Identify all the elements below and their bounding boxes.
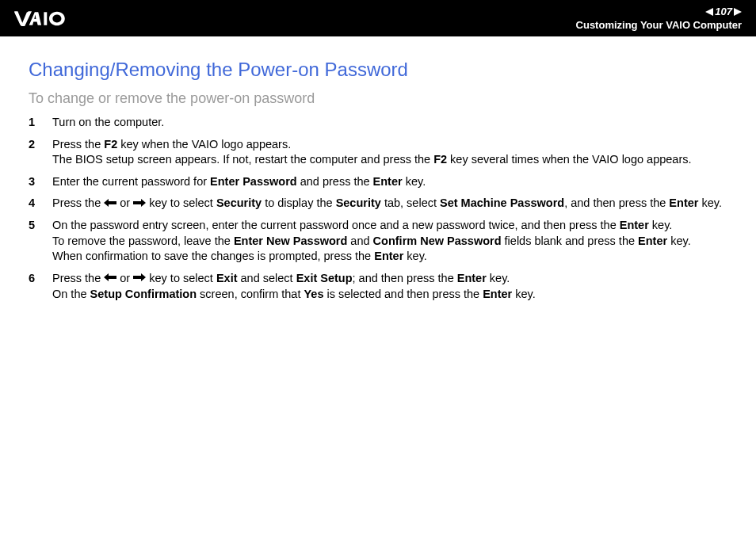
key-label: Enter bbox=[620, 219, 649, 231]
key-label: Enter bbox=[669, 196, 698, 209]
step-text: key. bbox=[512, 288, 536, 300]
key-label: Enter bbox=[483, 288, 512, 300]
step-text: key. bbox=[667, 235, 691, 247]
option-label: Yes bbox=[304, 288, 323, 300]
page-content: Changing/Removing the Power-on Password … bbox=[0, 36, 756, 302]
step-text: key. bbox=[698, 196, 722, 209]
step-text: and bbox=[347, 235, 372, 247]
option-label: Set Machine Password bbox=[440, 196, 564, 209]
step-5: On the password entry screen, enter the … bbox=[29, 218, 727, 265]
key-label: Enter bbox=[373, 175, 403, 188]
step-text: Press the bbox=[52, 196, 104, 209]
arrow-right-icon bbox=[133, 270, 146, 286]
next-page-arrow-icon[interactable] bbox=[734, 8, 742, 16]
step-text: tab, select bbox=[381, 196, 440, 209]
step-text: to display the bbox=[262, 196, 336, 209]
step-text: key to select bbox=[146, 196, 216, 209]
step-text: Turn on the computer. bbox=[52, 116, 164, 128]
option-label: Exit Setup bbox=[296, 272, 353, 284]
step-text: On the password entry screen, enter the … bbox=[52, 219, 620, 231]
header-right: 107 Customizing Your VAIO Computer bbox=[576, 6, 742, 31]
step-text: key. bbox=[403, 175, 426, 188]
section-label: Customizing Your VAIO Computer bbox=[576, 19, 742, 32]
step-text: , and then press the bbox=[564, 196, 669, 209]
step-text: Enter the current password for bbox=[52, 175, 210, 188]
step-3: Enter the current password for Enter Pas… bbox=[29, 174, 727, 190]
key-label: Enter bbox=[638, 235, 667, 247]
step-2: Press the F2 key when the VAIO logo appe… bbox=[29, 137, 727, 168]
step-text: fields blank and press the bbox=[502, 235, 639, 247]
svg-marker-4 bbox=[104, 199, 116, 207]
page-subtitle: To change or remove the power-on passwor… bbox=[29, 90, 727, 107]
svg-rect-1 bbox=[44, 12, 47, 25]
step-text: and press the bbox=[297, 175, 373, 188]
page-title: Changing/Removing the Power-on Password bbox=[29, 59, 727, 81]
menu-label: Security bbox=[216, 196, 262, 209]
svg-marker-5 bbox=[133, 199, 146, 207]
step-text: or bbox=[116, 272, 133, 284]
step-text: ; and then press the bbox=[353, 272, 457, 284]
key-label: F2 bbox=[104, 138, 117, 151]
step-text: When confirmation to save the changes is… bbox=[52, 250, 374, 262]
arrow-left-icon bbox=[104, 196, 116, 212]
prev-page-arrow-icon[interactable] bbox=[705, 8, 713, 16]
menu-label: Exit bbox=[216, 272, 238, 284]
field-label: Enter New Password bbox=[234, 235, 347, 247]
step-text: To remove the password, leave the bbox=[52, 235, 234, 247]
step-text: key. bbox=[403, 250, 427, 262]
step-text: or bbox=[116, 196, 133, 209]
svg-marker-6 bbox=[104, 273, 116, 281]
svg-marker-2 bbox=[705, 8, 713, 16]
key-label: F2 bbox=[433, 153, 447, 166]
page-nav: 107 bbox=[576, 6, 742, 18]
key-label: Enter bbox=[374, 250, 403, 262]
steps-list: Turn on the computer. Press the F2 key w… bbox=[29, 115, 727, 302]
tab-label: Security bbox=[336, 196, 381, 209]
step-text: key when the VAIO logo appears. bbox=[117, 138, 291, 151]
field-label: Enter Password bbox=[210, 175, 297, 188]
vaio-logo: VAIO bbox=[14, 10, 101, 27]
step-text: and select bbox=[237, 272, 296, 284]
step-text: On the bbox=[52, 288, 90, 300]
step-text: screen, confirm that bbox=[197, 288, 304, 300]
key-label: Enter bbox=[457, 272, 487, 284]
screen-label: Setup Confirmation bbox=[90, 288, 197, 300]
step-text: Press the bbox=[52, 138, 104, 151]
step-text: is selected and then press the bbox=[323, 288, 483, 300]
step-text: key. bbox=[487, 272, 510, 284]
arrow-right-icon bbox=[133, 196, 146, 212]
step-1: Turn on the computer. bbox=[29, 115, 727, 131]
svg-marker-7 bbox=[133, 273, 146, 281]
arrow-left-icon bbox=[104, 270, 116, 286]
step-text: key. bbox=[649, 219, 673, 231]
step-6: Press the or key to select Exit and sele… bbox=[29, 271, 727, 303]
field-label: Confirm New Password bbox=[373, 235, 502, 247]
step-text: key to select bbox=[146, 272, 216, 284]
svg-marker-3 bbox=[734, 8, 742, 16]
step-text: key several times when the VAIO logo app… bbox=[447, 153, 691, 166]
step-text: Press the bbox=[52, 272, 104, 284]
step-4: Press the or key to select Security to d… bbox=[29, 196, 727, 212]
page-number: 107 bbox=[715, 6, 732, 18]
step-text: The BIOS setup screen appears. If not, r… bbox=[52, 153, 433, 166]
page-header: VAIO 107 Customizing Your VAIO Computer bbox=[0, 0, 756, 36]
